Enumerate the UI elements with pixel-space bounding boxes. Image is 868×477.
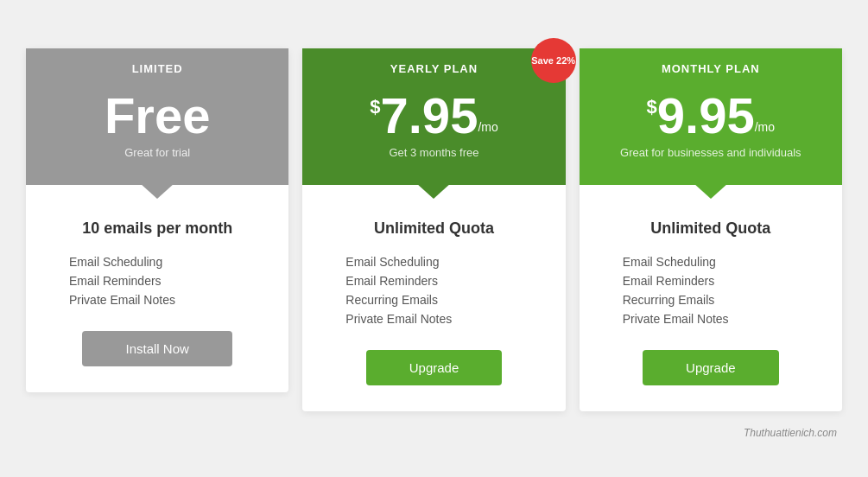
- plan-features: Email SchedulingEmail RemindersRecurring…: [328, 255, 539, 326]
- feature-item: Email Scheduling: [345, 255, 539, 269]
- plan-cta-button[interactable]: Upgrade: [643, 350, 779, 385]
- plan-quota: 10 emails per month: [52, 219, 263, 238]
- save-badge: Save 22%: [531, 38, 576, 83]
- plan-subtitle: Get 3 months free: [320, 146, 548, 159]
- feature-item: Email Reminders: [623, 274, 816, 288]
- feature-item: Email Scheduling: [69, 255, 263, 269]
- plan-body: 10 emails per month Email SchedulingEmai…: [26, 185, 288, 392]
- plan-title: LIMITED: [43, 62, 271, 75]
- feature-item: Email Reminders: [69, 274, 263, 288]
- plan-body: Unlimited Quota Email SchedulingEmail Re…: [302, 185, 565, 411]
- plan-body: Unlimited Quota Email SchedulingEmail Re…: [580, 185, 842, 411]
- plan-subtitle: Great for businesses and individuals: [597, 146, 825, 159]
- plan-quota: Unlimited Quota: [605, 219, 816, 238]
- feature-item: Recurring Emails: [345, 293, 539, 307]
- plan-title: YEARLY PLAN: [320, 62, 548, 75]
- plan-features: Email SchedulingEmail RemindersRecurring…: [605, 255, 816, 326]
- plan-card-monthly: MONTHLY PLAN $ 9.95 /mo Great for busine…: [580, 48, 842, 411]
- plan-header: MONTHLY PLAN $ 9.95 /mo Great for busine…: [580, 48, 842, 185]
- plan-card-limited: LIMITED Free Great for trial 10 emails p…: [26, 48, 288, 392]
- price-period: /mo: [755, 120, 775, 134]
- plan-quota: Unlimited Quota: [328, 219, 539, 238]
- feature-item: Email Reminders: [345, 274, 539, 288]
- price-period: /mo: [478, 120, 497, 134]
- feature-item: Recurring Emails: [623, 293, 816, 307]
- plan-header: YEARLY PLAN $ 7.95 /mo Get 3 months free: [302, 48, 565, 185]
- plan-price-row: $ 9.95 /mo: [597, 91, 825, 141]
- pricing-container: LIMITED Free Great for trial 10 emails p…: [17, 31, 851, 446]
- price-dollar: $: [370, 98, 380, 117]
- plan-cta-button[interactable]: Upgrade: [366, 350, 503, 385]
- header-arrow: [416, 183, 451, 199]
- plan-header: LIMITED Free Great for trial: [26, 48, 288, 185]
- plan-price-free: Free: [43, 91, 271, 141]
- feature-item: Private Email Notes: [69, 293, 263, 307]
- plan-title: MONTHLY PLAN: [597, 62, 825, 75]
- price-dollar: $: [647, 98, 657, 117]
- watermark: Thuthuattienich.com: [744, 427, 837, 439]
- plan-price-row: $ 7.95 /mo: [320, 91, 548, 141]
- price-amount: 7.95: [381, 91, 478, 141]
- plan-cta-button[interactable]: Install Now: [82, 331, 231, 366]
- header-arrow: [140, 183, 174, 199]
- feature-item: Private Email Notes: [623, 312, 816, 326]
- price-amount: 9.95: [657, 91, 755, 141]
- feature-item: Email Scheduling: [623, 255, 816, 269]
- feature-item: Private Email Notes: [345, 312, 539, 326]
- header-arrow: [694, 183, 728, 199]
- plan-card-yearly: Save 22% YEARLY PLAN $ 7.95 /mo Get 3 mo…: [302, 48, 565, 411]
- plan-subtitle: Great for trial: [43, 146, 271, 159]
- plan-features: Email SchedulingEmail RemindersPrivate E…: [52, 255, 263, 307]
